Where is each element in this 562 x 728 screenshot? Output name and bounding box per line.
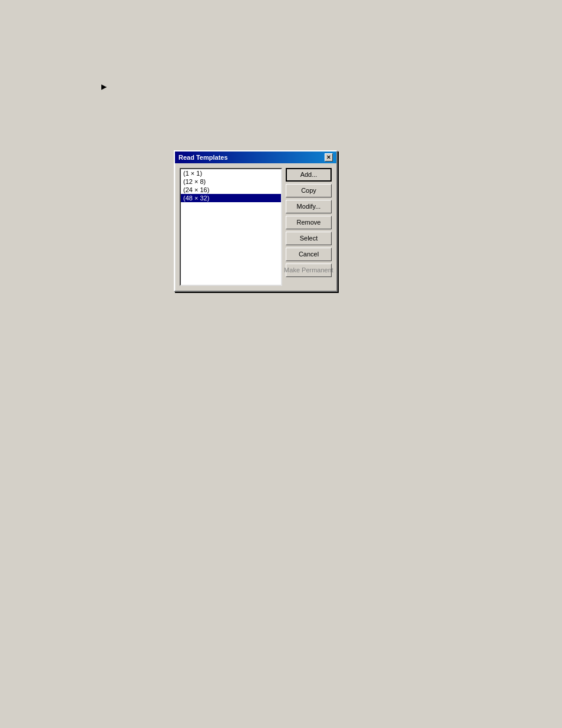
list-item[interactable]: (24 × 16) <box>181 186 281 194</box>
make-permanent-line2: Permanent <box>302 266 333 274</box>
remove-button[interactable]: Remove <box>286 216 332 229</box>
dialog-title: Read Templates <box>178 154 228 161</box>
buttons-panel: Add... Copy Modify... Remove Select Canc… <box>286 168 332 286</box>
cancel-button[interactable]: Cancel <box>286 248 332 261</box>
copy-button[interactable]: Copy <box>286 184 332 197</box>
make-permanent-button[interactable]: Make Permanent <box>286 263 332 277</box>
modify-button[interactable]: Modify... <box>286 200 332 213</box>
arrow-indicator: ▶ <box>101 83 107 91</box>
add-button[interactable]: Add... <box>286 168 332 182</box>
templates-list[interactable]: (1 × 1) (12 × 8) (24 × 16) (48 × 32) <box>180 168 282 286</box>
select-button[interactable]: Select <box>286 232 332 245</box>
make-permanent-line1: Make <box>284 266 300 274</box>
dialog-titlebar: Read Templates ✕ <box>175 151 336 163</box>
dialog-body: (1 × 1) (12 × 8) (24 × 16) (48 × 32) Add… <box>175 163 336 291</box>
close-button[interactable]: ✕ <box>325 153 333 162</box>
list-item[interactable]: (12 × 8) <box>181 177 281 186</box>
list-item-selected[interactable]: (48 × 32) <box>181 194 281 202</box>
list-item[interactable]: (1 × 1) <box>181 169 281 177</box>
read-templates-dialog: Read Templates ✕ (1 × 1) (12 × 8) (24 × … <box>174 150 338 292</box>
